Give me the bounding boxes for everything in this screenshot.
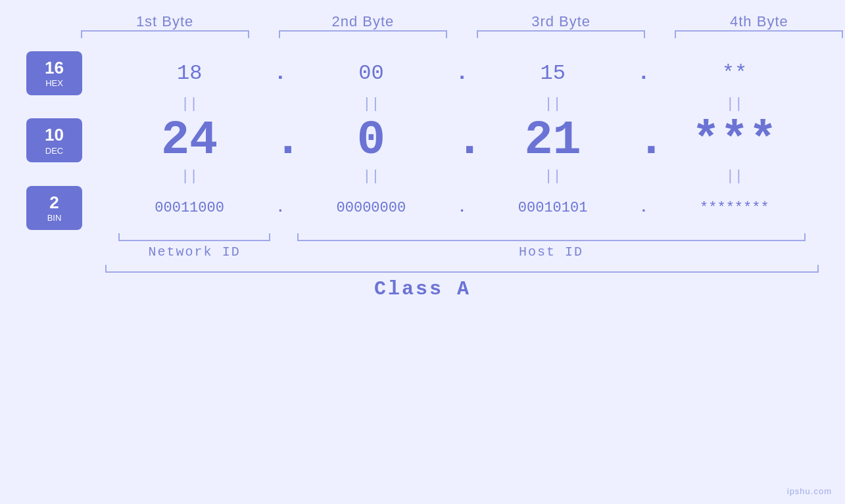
watermark: ipshu.com [787,486,832,496]
hex-dot2: . [456,61,469,85]
dec-dot1: . [274,114,287,168]
eq1-byte3: || [469,96,637,112]
byte-headers-row: 1st Byte 2nd Byte 3rd Byte 4th Byte [66,13,845,30]
eq2-byte4: || [650,168,819,185]
big-bracket [105,265,819,273]
dec-byte1: 24 [105,114,274,168]
host-bracket [297,233,806,241]
bin-data-row: 00011000 . 00000000 . 00010101 . *******… [105,200,819,216]
main-container: 1st Byte 2nd Byte 3rd Byte 4th Byte 16 H… [0,0,845,504]
hex-badge: 16 HEX [26,51,82,95]
hex-data-row: 18 . 00 . 15 . ** [105,61,819,85]
eq2-byte1: || [105,168,274,185]
eq1-byte4: || [650,96,819,112]
network-bracket [118,233,270,241]
eq2-byte2: || [287,168,455,185]
bin-dot1: . [274,200,287,216]
bin-dot3: . [637,200,650,216]
bracket-cell-3 [462,30,660,38]
bin-byte4: ******** [650,200,819,216]
network-bracket-cell [105,233,283,241]
byte1-header: 1st Byte [66,13,264,30]
byte3-header: 3rd Byte [462,13,660,30]
eq1-byte1: || [105,96,274,112]
bracket-top-3 [477,30,645,38]
bracket-top-4 [675,30,843,38]
big-bracket-row [26,265,819,273]
bottom-brackets-row [26,233,819,241]
bracket-cell-4 [660,30,845,38]
host-bracket-cell [283,233,819,241]
network-host-labels: Network ID Host ID [26,244,819,260]
bin-byte2: 00000000 [287,200,455,216]
hex-byte1: 18 [105,61,274,85]
dec-badge: 10 DEC [26,118,82,162]
dec-byte3: 21 [469,114,637,168]
hex-dot1: . [274,61,287,85]
hex-byte3: 15 [469,61,637,85]
hex-byte2: 00 [287,61,455,85]
dec-byte4: *** [650,114,819,168]
eq2-byte3: || [469,168,637,185]
top-bracket-row [66,30,845,38]
byte4-header: 4th Byte [660,13,845,30]
bin-dot2: . [456,200,469,216]
dec-dot2: . [456,114,469,168]
network-id-label: Network ID [105,244,283,260]
byte2-header: 2nd Byte [264,13,462,30]
bin-byte3: 00010101 [469,200,637,216]
dec-data-row: 24 . 0 . 21 . *** [105,114,819,168]
dec-byte2: 0 [287,114,455,168]
host-id-label: Host ID [283,244,819,260]
bracket-cell-2 [264,30,462,38]
bracket-top-2 [279,30,447,38]
class-label: Class A [26,278,819,300]
bracket-top-1 [81,30,249,38]
bin-badge: 2 BIN [26,186,82,230]
eq1-byte2: || [287,96,455,112]
hex-dot3: . [637,61,650,85]
bin-byte1: 00011000 [105,200,274,216]
dec-dot3: . [637,114,650,168]
hex-byte4: ** [650,61,819,85]
bracket-cell-1 [66,30,264,38]
